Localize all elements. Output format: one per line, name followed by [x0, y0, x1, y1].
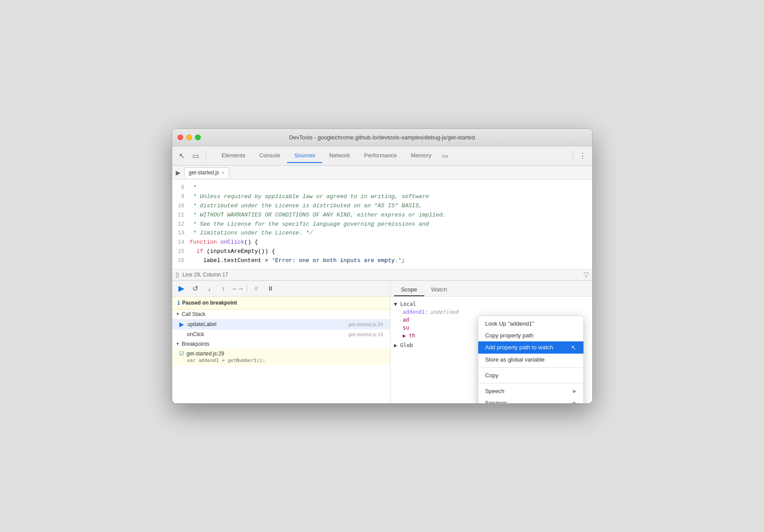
menu-item-global-var-label: Store as global variable [485, 356, 545, 363]
resume-button[interactable]: ▶ [176, 283, 187, 294]
device-icon[interactable]: ▭ [190, 150, 202, 162]
frame-name-update-label: updateLabel [188, 321, 345, 327]
code-editor: 8 * 9 * Unless required by applicable la… [172, 180, 592, 269]
tab-elements[interactable]: Elements [215, 149, 252, 163]
breakpoint-code: var addend1 = getNumber1(); [179, 358, 266, 363]
left-panel: ▶ ↺ ↓ ↑ →→ // ⏸ ℹ Paused on breakpoint ▼ [172, 281, 391, 403]
code-line-14: 14 function onClick() { [172, 238, 592, 247]
call-stack-triangle: ▼ [176, 312, 180, 316]
breakpoint-banner: ℹ Paused on breakpoint [172, 297, 390, 309]
line-num-15: 15 [172, 248, 190, 256]
code-line-8: 8 * [172, 183, 592, 192]
tab-sources[interactable]: Sources [287, 149, 322, 163]
menu-item-services-label: Services [485, 400, 507, 403]
inspect-icon[interactable]: ↖ [176, 150, 188, 162]
line-content-15: if (inputsAreEmpty()) { [190, 247, 592, 256]
code-line-11: 11 * WITHOUT WARRANTIES OR CONDITIONS OF… [172, 211, 592, 220]
panel-icon: ▶ [176, 169, 181, 176]
main-toolbar: ↖ ▭ Elements Console Sources Network Per… [172, 146, 592, 166]
devtools-window: DevTools - googlechrome.github.io/devtoo… [172, 128, 593, 403]
call-stack-header[interactable]: ▼ Call Stack [172, 309, 390, 319]
line-num-14: 14 [172, 238, 190, 247]
menu-item-services[interactable]: Services ▶ [478, 397, 583, 403]
code-editor-area: 8 * 9 * Unless required by applicable la… [172, 180, 592, 269]
breakpoint-filename: get-started.js:29 [187, 351, 224, 357]
breakpoints-header[interactable]: ▼ Breakpoints [172, 339, 390, 349]
menu-item-copy[interactable]: Copy [478, 369, 583, 381]
toolbar-sep-1 [206, 152, 206, 160]
call-stack-item-update-label[interactable]: ▶ updateLabel get-started.js:29 [172, 319, 390, 330]
breakpoint-checkbox[interactable]: ☑ [179, 351, 184, 357]
step-over-button[interactable]: ↺ [190, 283, 201, 294]
menu-sep-2 [478, 383, 583, 383]
step-into-button[interactable]: ↓ [204, 283, 215, 294]
file-tab-name: get-started.js [189, 170, 219, 176]
line-content-14: function onClick() { [190, 238, 592, 247]
speech-arrow-icon: ▶ [573, 388, 576, 394]
window-title: DevTools - googlechrome.github.io/devtoo… [289, 134, 475, 141]
code-line-9: 9 * Unless required by applicable law or… [172, 192, 592, 202]
menu-item-lookup[interactable]: Look Up "addend1" [478, 318, 583, 330]
code-line-13: 13 * limitations under the License. */ [172, 229, 592, 238]
line-content-9: * Unless required by applicable law or a… [190, 192, 592, 202]
line-content-8: * [190, 183, 592, 192]
breakpoints-label: Breakpoints [181, 341, 209, 347]
right-panel: Scope Watch ▼ Local addend1: undefined [391, 281, 592, 403]
line-num-16: 16 [172, 257, 190, 265]
tab-network[interactable]: Network [322, 149, 357, 163]
tab-console[interactable]: Console [252, 149, 288, 163]
tab-bar: Elements Console Sources Network Perform… [210, 149, 458, 163]
line-content-12: * See the License for the specific langu… [190, 220, 592, 229]
debug-toolbar: ▶ ↺ ↓ ↑ →→ // ⏸ [172, 281, 390, 297]
active-frame-arrow: ▶ [179, 321, 184, 328]
menu-item-lookup-label: Look Up "addend1" [485, 320, 534, 327]
filter-icon[interactable]: ▽ [583, 270, 589, 279]
code-line-15: 15 if (inputsAreEmpty()) { [172, 247, 592, 256]
frame-loc-on-click: get-started.js:19 [348, 332, 383, 337]
file-tab-get-started[interactable]: get-started.js × [184, 167, 230, 177]
tab-performance[interactable]: Performance [357, 149, 404, 163]
line-num-8: 8 [172, 184, 190, 192]
menu-sep-1 [478, 367, 583, 368]
format-icon[interactable]: {} [176, 272, 179, 278]
code-line-16: 16 label.textContent = 'Error: one or bo… [172, 256, 592, 266]
paused-text: Paused on breakpoint [182, 300, 237, 306]
menu-item-global-var[interactable]: Store as global variable [478, 354, 583, 365]
more-menu-icon[interactable]: ⋮ [576, 150, 589, 162]
breakpoint-item-0[interactable]: ☑ get-started.js:29 var addend1 = getNum… [172, 349, 390, 365]
line-content-11: * WITHOUT WARRANTIES OR CONDITIONS OF AN… [190, 211, 592, 220]
menu-item-copy-path[interactable]: Copy property path [478, 330, 583, 341]
close-button[interactable] [178, 135, 183, 140]
cursor-position: Line 29, Column 17 [183, 272, 228, 278]
pause-on-exceptions-button[interactable]: ⏸ [265, 283, 276, 294]
more-tabs[interactable]: >> [438, 149, 452, 163]
file-tab-bar: ▶ get-started.js × [172, 166, 592, 180]
line-content-13: * limitations under the License. */ [190, 229, 592, 238]
tab-memory[interactable]: Memory [404, 149, 438, 163]
minimize-button[interactable] [186, 135, 192, 140]
breakpoints-triangle: ▼ [176, 341, 180, 346]
file-tab-close[interactable]: × [222, 170, 224, 175]
debug-sep [247, 284, 247, 292]
line-num-11: 11 [172, 211, 190, 220]
menu-item-speech[interactable]: Speech ▶ [478, 385, 583, 397]
context-menu: Look Up "addend1" Copy property path Add… [478, 316, 583, 403]
line-content-10: * distributed under the License is distr… [190, 202, 592, 211]
code-line-10: 10 * distributed under the License is di… [172, 202, 592, 211]
menu-item-copy-path-label: Copy property path [485, 332, 534, 339]
titlebar: DevTools - googlechrome.github.io/devtoo… [172, 129, 592, 146]
toolbar-sep-2 [572, 152, 573, 160]
maximize-button[interactable] [195, 135, 201, 140]
call-stack-item-on-click[interactable]: onClick get-started.js:19 [172, 330, 390, 339]
deactivate-breakpoints-button[interactable]: // [251, 283, 262, 294]
menu-item-copy-label: Copy [485, 372, 498, 379]
breakpoint-file: ☑ get-started.js:29 [179, 351, 224, 357]
menu-item-add-watch[interactable]: Add property path to watch ↖ [478, 341, 583, 354]
menu-item-add-watch-label: Add property path to watch [485, 344, 553, 351]
code-line-12: 12 * See the License for the specific la… [172, 220, 592, 229]
info-icon: ℹ [178, 299, 180, 306]
step-button[interactable]: →→ [232, 283, 243, 294]
line-num-9: 9 [172, 193, 190, 201]
line-content-16: label.textContent = 'Error: one or both … [190, 256, 592, 266]
step-out-button[interactable]: ↑ [218, 283, 229, 294]
